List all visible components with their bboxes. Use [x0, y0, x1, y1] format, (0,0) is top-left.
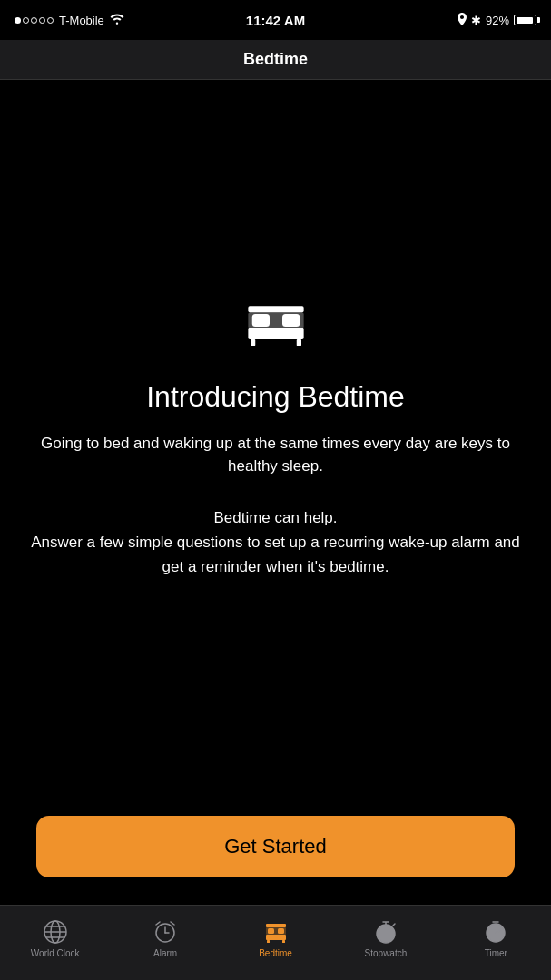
status-right: ✱ 92%	[458, 13, 536, 28]
world-clock-label: World Clock	[31, 948, 80, 958]
tab-alarm[interactable]: Alarm	[110, 919, 220, 958]
stopwatch-label: Stopwatch	[365, 948, 408, 958]
svg-rect-21	[266, 927, 286, 935]
svg-rect-18	[266, 935, 286, 940]
svg-rect-0	[248, 306, 303, 312]
signal-dot-2	[23, 17, 29, 24]
timer-icon	[483, 919, 508, 945]
signal-dot-1	[15, 17, 21, 24]
tab-bedtime[interactable]: Bedtime	[221, 919, 330, 958]
signal-dot-3	[31, 17, 37, 24]
intro-description: Going to bed and waking up at the same t…	[27, 432, 524, 478]
signal-dots	[15, 17, 54, 24]
alarm-label: Alarm	[153, 948, 177, 958]
svg-line-15	[156, 922, 160, 925]
svg-rect-22	[267, 940, 270, 943]
timer-label: Timer	[485, 948, 507, 958]
nav-bar: Bedtime	[0, 40, 551, 80]
page-title: Bedtime	[243, 50, 308, 69]
world-clock-icon	[43, 919, 68, 945]
bedtime-icon	[263, 919, 289, 945]
svg-rect-5	[251, 339, 255, 346]
status-time: 11:42 AM	[246, 13, 305, 28]
status-left: T-Mobile	[15, 14, 124, 27]
location-icon	[458, 13, 467, 28]
signal-dot-4	[39, 17, 45, 24]
wifi-icon	[110, 14, 124, 27]
tab-bar: World Clock Alarm	[0, 905, 551, 980]
svg-rect-6	[296, 339, 300, 346]
tab-stopwatch[interactable]: Stopwatch	[330, 919, 440, 958]
alarm-icon	[153, 919, 178, 945]
intro-title: Introducing Bedtime	[146, 379, 405, 414]
status-bar: T-Mobile 11:42 AM ✱ 92%	[0, 0, 551, 40]
svg-rect-23	[282, 940, 285, 943]
tab-timer[interactable]: Timer	[441, 919, 551, 958]
svg-rect-17	[266, 924, 286, 927]
svg-line-28	[393, 924, 395, 926]
carrier-label: T-Mobile	[59, 14, 104, 27]
tab-world-clock[interactable]: World Clock	[0, 919, 110, 958]
bed-icon	[244, 299, 308, 352]
bluetooth-icon: ✱	[471, 14, 481, 27]
stopwatch-icon	[373, 919, 398, 945]
svg-line-16	[171, 922, 174, 925]
bedtime-label: Bedtime	[259, 948, 292, 958]
battery-icon	[514, 15, 536, 25]
intro-help-text: Bedtime can help. Answer a few simple qu…	[27, 505, 524, 580]
svg-rect-4	[248, 312, 303, 328]
signal-dot-5	[47, 17, 54, 24]
get-started-button[interactable]: Get Started	[36, 816, 515, 877]
button-area: Get Started	[0, 798, 551, 905]
main-content: Introducing Bedtime Going to bed and wak…	[0, 80, 551, 798]
svg-rect-1	[248, 328, 303, 338]
battery-percent: 92%	[486, 14, 509, 27]
